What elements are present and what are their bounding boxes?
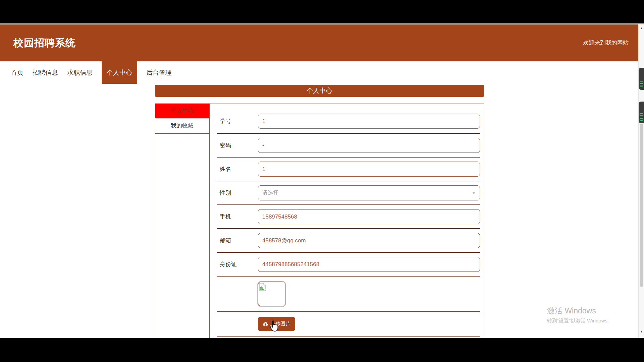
gender-select-value: 请选择 (262, 189, 472, 196)
phone-input[interactable] (258, 209, 480, 224)
form-row-gender: 性别 请选择 ▼ (217, 181, 480, 205)
welcome-text: 欢迎来到我的网站 (583, 24, 629, 61)
cloud-upload-icon (263, 321, 268, 327)
phone-label: 手机 (217, 213, 258, 221)
form-row-upload: 上传图片 (217, 312, 480, 337)
form-row-id-card: 身份证 (217, 253, 480, 277)
form-row-email: 邮箱 (217, 229, 480, 253)
header-accent-line (0, 23, 644, 24)
letterbox-top (0, 0, 644, 23)
gender-select[interactable]: 请选择 ▼ (258, 185, 480, 200)
id-card-label: 身份证 (217, 260, 258, 268)
name-label: 姓名 (217, 165, 258, 173)
app-header: 校园招聘系统 欢迎来到我的网站 (0, 24, 644, 61)
student-id-label: 学号 (217, 117, 258, 125)
sidebar: 个人中心 我的收藏 (155, 104, 210, 340)
scroll-up-icon[interactable]: ▲ (639, 26, 644, 30)
nav-item-job-info[interactable]: 求职信息 (67, 61, 93, 84)
green-stripes-icon (640, 81, 643, 87)
watermark-line1: 激活 Windows (547, 306, 612, 316)
chevron-down-icon: ▼ (472, 191, 476, 195)
scrollbar-thumb[interactable] (640, 124, 643, 287)
upload-image-label: 上传图片 (270, 321, 290, 327)
watermark-line2: 转到“设置”以激活 Windows。 (547, 318, 612, 324)
email-input[interactable] (258, 233, 480, 248)
sidebar-item-favorites[interactable]: 我的收藏 (155, 118, 209, 134)
sidebar-item-personal-center[interactable]: 个人中心 (155, 104, 209, 118)
password-input[interactable] (258, 138, 480, 153)
name-input[interactable] (258, 162, 480, 177)
letterbox-bottom (0, 338, 644, 362)
side-pill-widget-top[interactable] (639, 68, 644, 90)
id-card-input[interactable] (258, 257, 480, 272)
main-nav: 首页 招聘信息 求职信息 个人中心 后台管理 (0, 61, 644, 84)
windows-activation-watermark: 激活 Windows 转到“设置”以激活 Windows。 (547, 306, 612, 324)
scroll-down-icon[interactable]: ▼ (639, 330, 644, 333)
form-row-password: 密码 (217, 134, 480, 158)
profile-form: 学号 密码 姓名 性别 请选择 ▼ 手机 邮箱 身份证 (210, 104, 484, 340)
nav-item-recruit-info[interactable]: 招聘信息 (33, 61, 58, 84)
site-title: 校园招聘系统 (13, 24, 76, 61)
email-label: 邮箱 (217, 237, 258, 244)
form-row-photo (217, 277, 480, 312)
personal-center-panel: 个人中心 我的收藏 学号 密码 姓名 性别 请选择 ▼ 手机 邮箱 (155, 103, 484, 340)
green-stripes-icon (640, 113, 643, 121)
upload-image-button[interactable]: 上传图片 (258, 317, 295, 331)
side-pill-widget-bottom[interactable] (639, 102, 644, 123)
broken-image-icon (259, 283, 266, 291)
gender-label: 性别 (217, 189, 258, 197)
form-row-name: 姓名 (217, 158, 480, 181)
nav-item-home[interactable]: 首页 (11, 61, 23, 84)
form-row-student-id: 学号 (217, 104, 480, 134)
nav-item-personal-center[interactable]: 个人中心 (102, 61, 137, 84)
page-title: 个人中心 (155, 85, 484, 97)
form-row-phone: 手机 (217, 205, 480, 229)
profile-photo-placeholder[interactable] (258, 282, 285, 306)
student-id-input[interactable] (258, 114, 480, 129)
password-label: 密码 (217, 141, 258, 149)
nav-item-admin[interactable]: 后台管理 (146, 61, 172, 84)
